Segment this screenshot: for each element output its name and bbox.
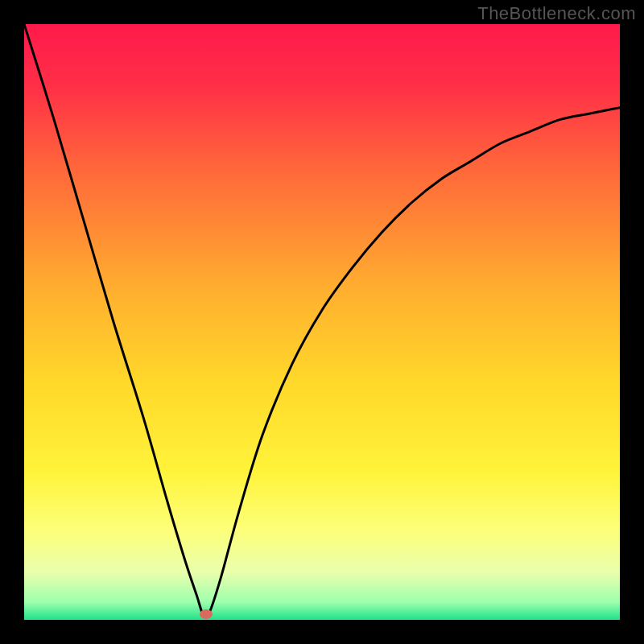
plot-area (24, 24, 620, 620)
optimum-marker (200, 609, 213, 619)
bottleneck-curve (24, 24, 620, 620)
watermark-text: TheBottleneck.com (477, 3, 636, 24)
chart-frame: TheBottleneck.com (0, 0, 644, 644)
